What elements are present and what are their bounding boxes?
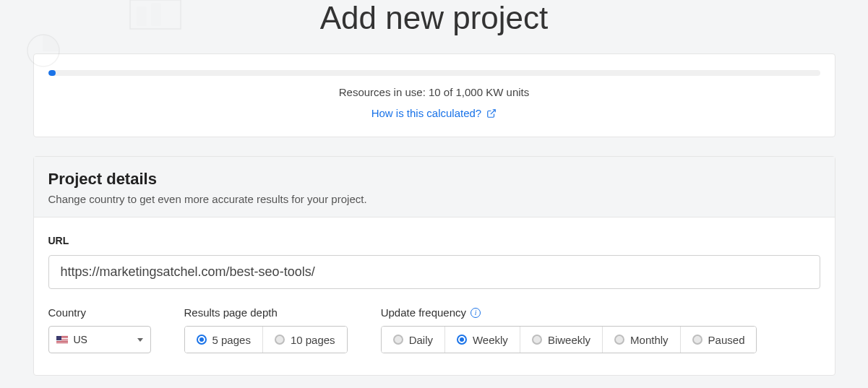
info-icon[interactable]: i [470, 308, 481, 318]
url-input[interactable] [48, 255, 820, 289]
frequency-option-label: Paused [708, 334, 745, 346]
frequency-group: Daily Weekly Biweekly Monthly [381, 326, 757, 353]
project-details-title: Project details [48, 170, 820, 189]
depth-option-10-pages[interactable]: 10 pages [262, 327, 347, 353]
how-calculated-link[interactable]: How is this calculated? [48, 107, 820, 119]
frequency-option-label: Weekly [473, 334, 508, 346]
url-label: URL [48, 235, 820, 246]
frequency-option-biweekly[interactable]: Biweekly [520, 327, 602, 353]
frequency-option-weekly[interactable]: Weekly [444, 327, 520, 353]
progress-fill [48, 70, 56, 76]
radio-icon [393, 335, 403, 345]
radio-icon [532, 335, 542, 345]
frequency-option-label: Monthly [630, 334, 669, 346]
resources-usage-text: Resources in use: 10 of 1,000 KW units [48, 86, 820, 98]
project-details-card: Project details Change country to get ev… [33, 156, 835, 376]
radio-icon [197, 335, 207, 345]
frequency-option-paused[interactable]: Paused [680, 327, 757, 353]
frequency-label: Update frequency [381, 306, 466, 319]
project-details-header: Project details Change country to get ev… [34, 157, 835, 217]
resources-card: Resources in use: 10 of 1,000 KW units H… [33, 53, 835, 137]
frequency-option-daily[interactable]: Daily [382, 327, 444, 353]
depth-option-label: 10 pages [291, 334, 335, 346]
frequency-option-label: Biweekly [548, 334, 590, 346]
country-selected-value: US [74, 334, 87, 345]
frequency-option-label: Daily [409, 334, 433, 346]
frequency-option-monthly[interactable]: Monthly [602, 327, 680, 353]
how-calculated-label: How is this calculated? [371, 107, 482, 119]
radio-icon [614, 335, 624, 345]
country-label: Country [48, 306, 151, 319]
chevron-down-icon [137, 338, 143, 342]
depth-label: Results page depth [184, 306, 348, 319]
radio-icon [457, 335, 467, 345]
radio-icon [275, 335, 285, 345]
depth-option-5-pages[interactable]: 5 pages [185, 327, 262, 353]
us-flag-icon [56, 336, 68, 344]
external-link-icon [486, 108, 497, 118]
page-title: Add new project [0, 0, 868, 36]
radio-icon [692, 335, 702, 345]
depth-option-label: 5 pages [212, 334, 251, 346]
project-details-subtitle: Change country to get even more accurate… [48, 193, 820, 205]
depth-group: 5 pages 10 pages [184, 326, 348, 353]
progress-bar [48, 70, 820, 76]
svg-line-11 [491, 110, 495, 114]
country-select[interactable]: US [48, 326, 151, 353]
